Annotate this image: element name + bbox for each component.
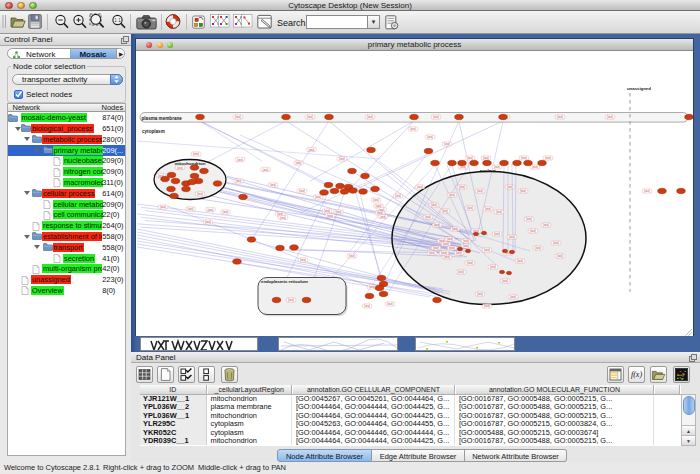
svg-text:(xxx): (xxx) bbox=[299, 189, 305, 193]
svg-text:unassigned: unassigned bbox=[627, 86, 651, 91]
svg-text:(xxx): (xxx) bbox=[425, 215, 431, 219]
svg-text:(xxx): (xxx) bbox=[459, 185, 465, 189]
svg-text:(xxx): (xxx) bbox=[315, 195, 321, 199]
svg-text:(xxx): (xxx) bbox=[644, 189, 650, 193]
svg-text:(xxx): (xxx) bbox=[208, 208, 214, 212]
svg-text:(xxx): (xxx) bbox=[441, 251, 447, 255]
svg-text:(xxx): (xxx) bbox=[263, 168, 269, 172]
svg-text:(xxx): (xxx) bbox=[532, 165, 538, 169]
svg-text:(xxx): (xxx) bbox=[339, 157, 345, 161]
svg-text:(xxx): (xxx) bbox=[526, 217, 532, 221]
svg-text:(xxx): (xxx) bbox=[417, 185, 423, 189]
svg-text:(xxx): (xxx) bbox=[429, 251, 435, 255]
svg-text:(xxx): (xxx) bbox=[494, 232, 500, 236]
svg-text:(xxx): (xxx) bbox=[494, 165, 500, 169]
svg-text:(xxx): (xxx) bbox=[467, 261, 473, 265]
svg-text:(xxx): (xxx) bbox=[463, 239, 469, 243]
svg-text:(xxx): (xxx) bbox=[410, 127, 416, 131]
svg-text:(xxx): (xxx) bbox=[349, 254, 355, 258]
svg-text:(xxx): (xxx) bbox=[553, 241, 559, 245]
svg-text:(xxx): (xxx) bbox=[456, 251, 462, 255]
svg-text:(xxx): (xxx) bbox=[197, 192, 203, 196]
svg-text:(xxx): (xxx) bbox=[373, 198, 379, 202]
svg-text:(xxx): (xxx) bbox=[395, 194, 401, 198]
svg-text:f(x): f(x) bbox=[631, 370, 642, 379]
svg-text:(xxx): (xxx) bbox=[477, 292, 483, 296]
svg-text:(xxx): (xxx) bbox=[557, 254, 563, 258]
svg-text:(xxx): (xxx) bbox=[434, 223, 440, 227]
svg-text:(xxx): (xxx) bbox=[502, 279, 508, 283]
svg-text:(xxx): (xxx) bbox=[444, 142, 450, 146]
svg-text:(xxx): (xxx) bbox=[452, 227, 458, 231]
svg-text:(xxx): (xxx) bbox=[193, 152, 199, 156]
svg-text:(xxx): (xxx) bbox=[496, 210, 502, 214]
svg-text:(xxx): (xxx) bbox=[431, 203, 437, 207]
svg-text:(xxx): (xxx) bbox=[205, 220, 211, 224]
svg-text:(xxx): (xxx) bbox=[223, 210, 229, 214]
svg-text:(xxx): (xxx) bbox=[300, 258, 306, 262]
svg-text:(xxx): (xxx) bbox=[188, 207, 194, 211]
svg-text:(xxx): (xxx) bbox=[444, 255, 450, 259]
svg-text:(xxx): (xxx) bbox=[288, 298, 294, 302]
svg-text:(xxx): (xxx) bbox=[484, 248, 490, 252]
svg-text:(xxx): (xxx) bbox=[433, 115, 439, 119]
svg-text:(xxx): (xxx) bbox=[545, 156, 551, 160]
svg-text:(xxx): (xxx) bbox=[380, 215, 386, 219]
svg-text:(xxx): (xxx) bbox=[517, 259, 523, 263]
svg-text:(xxx): (xxx) bbox=[449, 246, 455, 250]
svg-text:(xxx): (xxx) bbox=[447, 237, 453, 241]
svg-text:(xxx): (xxx) bbox=[442, 209, 448, 213]
svg-text:(xxx): (xxx) bbox=[520, 189, 526, 193]
svg-text:(xxx): (xxx) bbox=[280, 216, 286, 220]
svg-text:(xxx): (xxx) bbox=[510, 295, 516, 299]
svg-text:(xxx): (xxx) bbox=[458, 270, 464, 274]
svg-text:(xxx): (xxx) bbox=[449, 193, 455, 197]
svg-text:(xxx): (xxx) bbox=[521, 156, 527, 160]
svg-text:(xxx): (xxx) bbox=[477, 189, 483, 193]
svg-text:(xxx): (xxx) bbox=[467, 156, 473, 160]
svg-text:(xxx): (xxx) bbox=[270, 183, 276, 187]
svg-text:(xxx): (xxx) bbox=[557, 115, 563, 119]
svg-text:(xxx): (xxx) bbox=[336, 210, 342, 214]
svg-text:(xxx): (xxx) bbox=[296, 161, 302, 165]
svg-text:(xxx): (xxx) bbox=[387, 302, 393, 306]
svg-text:cytoplasm: cytoplasm bbox=[142, 129, 165, 134]
svg-text:endoplasmic reticulum: endoplasmic reticulum bbox=[261, 279, 308, 284]
svg-text:(xxx): (xxx) bbox=[324, 209, 330, 213]
svg-text:(xxx): (xxx) bbox=[443, 242, 449, 246]
svg-text:(xxx): (xxx) bbox=[427, 135, 433, 139]
svg-text:(xxx): (xxx) bbox=[307, 115, 313, 119]
svg-text:(xxx): (xxx) bbox=[369, 285, 375, 289]
svg-text:(xxx): (xxx) bbox=[177, 166, 183, 170]
svg-text:(xxx): (xxx) bbox=[236, 179, 242, 183]
svg-text:(xxx): (xxx) bbox=[463, 244, 469, 248]
svg-text:plasma membrane: plasma membrane bbox=[142, 116, 183, 121]
svg-text:(xxx): (xxx) bbox=[309, 148, 315, 152]
svg-text:(xxx): (xxx) bbox=[364, 304, 370, 308]
svg-text:(xxx): (xxx) bbox=[490, 265, 496, 269]
svg-text:(xxx): (xxx) bbox=[160, 205, 166, 209]
svg-text:(xxx): (xxx) bbox=[467, 206, 473, 210]
svg-text:(xxx): (xxx) bbox=[607, 115, 613, 119]
svg-text:(xxx): (xxx) bbox=[367, 115, 373, 119]
svg-text:(xxx): (xxx) bbox=[509, 235, 515, 239]
svg-text:(xxx): (xxx) bbox=[485, 207, 491, 211]
svg-text:(xxx): (xxx) bbox=[535, 246, 541, 250]
svg-text:(xxx): (xxx) bbox=[483, 156, 489, 160]
svg-text:1:1: 1:1 bbox=[114, 18, 121, 23]
svg-text:mitochondrion: mitochondrion bbox=[175, 161, 206, 166]
svg-text:(xxx): (xxx) bbox=[433, 246, 439, 250]
svg-text:(xxx): (xxx) bbox=[327, 214, 333, 218]
svg-text:(xxx): (xxx) bbox=[484, 304, 490, 308]
svg-text:(xxx): (xxx) bbox=[507, 185, 513, 189]
svg-text:(xxx): (xxx) bbox=[543, 223, 549, 227]
svg-text:(xxx): (xxx) bbox=[235, 115, 241, 119]
svg-text:(xxx): (xxx) bbox=[237, 158, 243, 162]
svg-text:(xxx): (xxx) bbox=[530, 229, 536, 233]
